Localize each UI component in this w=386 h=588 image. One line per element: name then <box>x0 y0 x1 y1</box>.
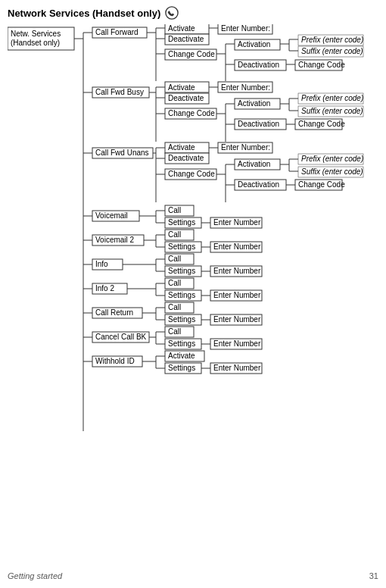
cfb-suffix-label: Suffix (enter code) <box>301 107 363 115</box>
page-title: Network Services (Handset only) <box>0 0 386 23</box>
cfb-enter-number-label: Enter Number: <box>221 83 270 92</box>
cf-prefix-label: Prefix (enter code) <box>301 36 363 44</box>
vm2-enter-number-label: Enter Number <box>213 242 261 251</box>
cfu-activate-label: Activate <box>168 143 195 152</box>
info-label: Info <box>95 260 108 268</box>
call-forward-label: Call Forward <box>95 28 139 36</box>
svg-point-0 <box>166 7 178 19</box>
cr-call-label: Call <box>168 303 181 311</box>
cfb-activate-label: Activate <box>168 83 195 92</box>
cf-suffix-label: Suffix (enter code) <box>301 47 363 55</box>
main-content: text { font-family: Arial, sans-serif; f… <box>0 23 386 458</box>
cfu-deact-changecode-label: Change Code <box>298 180 345 189</box>
vm-enter-number-label: Enter Number <box>213 218 261 227</box>
info2-label: Info 2 <box>95 284 114 292</box>
cr-enter-number-label: Enter Number <box>213 315 261 324</box>
cf-deact-changecode-label: Change Code <box>298 61 345 69</box>
call-return-label: Call Return <box>95 308 133 317</box>
vm-call-label: Call <box>168 206 181 214</box>
cfb-deactivate-label: Deactivate <box>168 94 204 102</box>
cfu-prefix-label: Prefix (enter code) <box>301 155 363 163</box>
call-fwd-busy-label: Call Fwd Busy <box>95 88 144 96</box>
info2-settings-label: Settings <box>168 291 195 299</box>
info2-call-label: Call <box>168 279 181 287</box>
info-call-label: Call <box>168 255 181 263</box>
withhold-id-label: Withhold ID <box>95 357 135 365</box>
cfu-deactivation-label: Deactivation <box>238 180 279 189</box>
wid-activate-label: Activate <box>168 352 195 360</box>
cf-activation-label: Activation <box>238 40 270 48</box>
cfb-deactivation-label: Deactivation <box>238 120 279 128</box>
cr-settings-label: Settings <box>168 315 195 324</box>
cf-deactivation-label: Deactivation <box>238 61 279 69</box>
footer-right: 31 <box>369 571 378 580</box>
ccb-settings-label: Settings <box>168 339 195 348</box>
cancel-call-bk-label: Cancel Call BK <box>95 333 147 341</box>
cfu-deactivate-label: Deactivate <box>168 154 204 162</box>
phone-icon <box>165 6 179 20</box>
info-enter-number-label: Enter Number <box>213 267 261 275</box>
vm-settings-label: Settings <box>168 218 195 227</box>
cfu-suffix-label: Suffix (enter code) <box>301 167 363 176</box>
cfu-activation-label: Activation <box>238 160 270 168</box>
root-label-line1: Netw. Services <box>11 30 61 38</box>
cf-activate-label: Activate <box>168 24 195 33</box>
ccb-enter-number-label: Enter Number <box>213 339 261 348</box>
call-fwd-unans-label: Call Fwd Unans <box>95 149 149 157</box>
cfu-changecode-label: Change Code <box>168 170 215 178</box>
cfb-activation-label: Activation <box>238 99 270 108</box>
voicemail-label: Voicemail <box>95 211 128 220</box>
cf-enter-number-label: Enter Number: <box>221 24 270 33</box>
cfb-deact-changecode-label: Change Code <box>298 120 345 128</box>
wid-enter-number-label: Enter Number <box>213 364 261 372</box>
ccb-call-label: Call <box>168 327 181 336</box>
vm2-settings-label: Settings <box>168 242 195 251</box>
cfu-enter-number-label: Enter Number: <box>221 143 270 152</box>
cf-changecode-label: Change Code <box>168 50 215 58</box>
cfb-prefix-label: Prefix (enter code) <box>301 94 363 102</box>
vm2-call-label: Call <box>168 230 181 239</box>
info2-enter-number-label: Enter Number <box>213 291 261 299</box>
footer-left: Getting started <box>8 571 62 580</box>
cfb-changecode-label: Change Code <box>168 109 215 117</box>
voicemail2-label: Voicemail 2 <box>95 236 135 244</box>
page-footer: Getting started 31 <box>0 571 386 580</box>
wid-settings-label: Settings <box>168 364 195 372</box>
info-settings-label: Settings <box>168 267 195 275</box>
title-text: Network Services (Handset only) <box>8 8 160 19</box>
tree-diagram: text { font-family: Arial, sans-serif; f… <box>8 24 378 456</box>
root-label-line2: (Handset only) <box>11 39 60 47</box>
cf-deactivate-label: Deactivate <box>168 35 204 43</box>
